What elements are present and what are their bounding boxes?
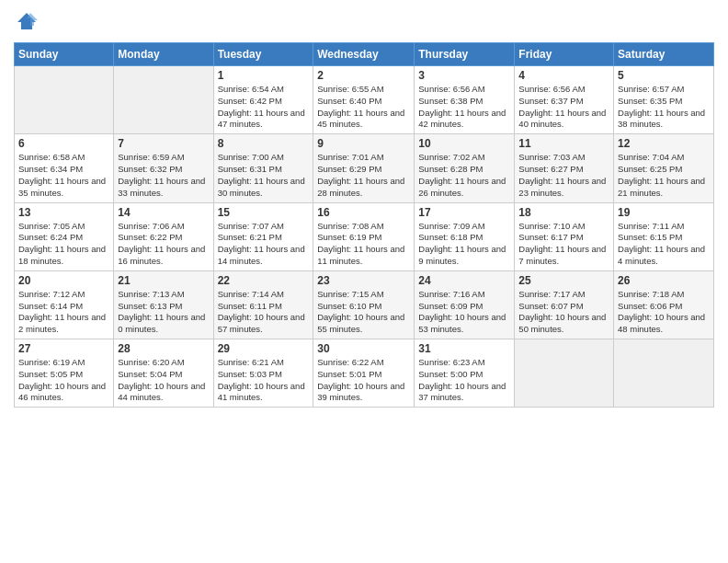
day-info: Sunrise: 7:18 AMSunset: 6:06 PMDaylight:… [618,289,710,336]
calendar-cell: 29Sunrise: 6:21 AMSunset: 5:03 PMDayligh… [213,339,313,408]
calendar-cell: 21Sunrise: 7:13 AMSunset: 6:13 PMDayligh… [114,270,213,339]
day-number: 5 [618,69,710,82]
day-info: Sunrise: 6:23 AMSunset: 5:00 PMDaylight:… [418,357,510,404]
day-number: 2 [317,69,410,82]
calendar-cell: 25Sunrise: 7:17 AMSunset: 6:07 PMDayligh… [515,270,614,339]
calendar-header-tuesday: Tuesday [213,43,313,66]
day-info: Sunrise: 7:15 AMSunset: 6:10 PMDaylight:… [317,289,410,336]
day-info: Sunrise: 6:55 AMSunset: 6:40 PMDaylight:… [317,84,410,131]
calendar-cell: 10Sunrise: 7:02 AMSunset: 6:28 PMDayligh… [415,134,515,202]
calendar-week-row: 13Sunrise: 7:05 AMSunset: 6:24 PMDayligh… [15,202,714,270]
calendar-cell [15,66,114,134]
day-number: 25 [518,274,609,287]
day-number: 11 [518,137,609,150]
calendar-cell: 13Sunrise: 7:05 AMSunset: 6:24 PMDayligh… [15,202,114,270]
day-info: Sunrise: 6:21 AMSunset: 5:03 PMDaylight:… [218,357,310,404]
day-number: 4 [518,69,609,82]
calendar-cell: 28Sunrise: 6:20 AMSunset: 5:04 PMDayligh… [114,339,213,408]
calendar-cell: 30Sunrise: 6:22 AMSunset: 5:01 PMDayligh… [313,339,415,408]
calendar-header-monday: Monday [114,43,213,66]
day-number: 19 [618,206,710,219]
day-number: 7 [118,137,209,150]
day-info: Sunrise: 6:54 AMSunset: 6:42 PMDaylight:… [218,84,310,131]
day-info: Sunrise: 7:09 AMSunset: 6:18 PMDaylight:… [418,221,510,268]
day-number: 18 [518,206,609,219]
day-info: Sunrise: 7:17 AMSunset: 6:07 PMDaylight:… [518,289,609,336]
day-number: 8 [218,137,310,150]
calendar-cell: 15Sunrise: 7:07 AMSunset: 6:21 PMDayligh… [213,202,313,270]
day-number: 3 [418,69,510,82]
day-info: Sunrise: 7:01 AMSunset: 6:29 PMDaylight:… [317,152,410,199]
day-number: 28 [118,342,209,355]
day-info: Sunrise: 7:05 AMSunset: 6:24 PMDaylight:… [18,221,109,268]
calendar-cell: 24Sunrise: 7:16 AMSunset: 6:09 PMDayligh… [415,270,515,339]
day-number: 15 [218,206,310,219]
day-info: Sunrise: 7:06 AMSunset: 6:22 PMDaylight:… [118,221,209,268]
calendar-cell: 9Sunrise: 7:01 AMSunset: 6:29 PMDaylight… [313,134,415,202]
day-number: 21 [118,274,209,287]
calendar-cell: 16Sunrise: 7:08 AMSunset: 6:19 PMDayligh… [313,202,415,270]
calendar-week-row: 1Sunrise: 6:54 AMSunset: 6:42 PMDaylight… [15,66,714,134]
day-info: Sunrise: 6:58 AMSunset: 6:34 PMDaylight:… [18,152,109,199]
day-number: 13 [18,206,109,219]
day-number: 31 [418,342,510,355]
day-number: 6 [18,137,109,150]
calendar-cell: 5Sunrise: 6:57 AMSunset: 6:35 PMDaylight… [614,66,714,134]
day-number: 29 [218,342,310,355]
calendar-header-sunday: Sunday [15,43,114,66]
day-number: 24 [418,274,510,287]
calendar-cell: 18Sunrise: 7:10 AMSunset: 6:17 PMDayligh… [515,202,614,270]
calendar-cell: 26Sunrise: 7:18 AMSunset: 6:06 PMDayligh… [614,270,714,339]
day-info: Sunrise: 7:07 AMSunset: 6:21 PMDaylight:… [218,221,310,268]
calendar-header-wednesday: Wednesday [313,43,415,66]
header [14,9,714,35]
day-info: Sunrise: 7:08 AMSunset: 6:19 PMDaylight:… [317,221,410,268]
calendar-week-row: 27Sunrise: 6:19 AMSunset: 5:05 PMDayligh… [15,339,714,408]
logo-icon [14,9,40,35]
day-number: 14 [118,206,209,219]
day-info: Sunrise: 6:19 AMSunset: 5:05 PMDaylight:… [18,357,109,404]
day-info: Sunrise: 7:16 AMSunset: 6:09 PMDaylight:… [418,289,510,336]
day-info: Sunrise: 6:56 AMSunset: 6:37 PMDaylight:… [518,84,609,131]
calendar-header-row: SundayMondayTuesdayWednesdayThursdayFrid… [15,43,714,66]
day-info: Sunrise: 7:04 AMSunset: 6:25 PMDaylight:… [618,152,710,199]
day-number: 9 [317,137,410,150]
calendar-cell [614,339,714,408]
calendar-cell: 23Sunrise: 7:15 AMSunset: 6:10 PMDayligh… [313,270,415,339]
calendar-cell: 11Sunrise: 7:03 AMSunset: 6:27 PMDayligh… [515,134,614,202]
calendar-table: SundayMondayTuesdayWednesdayThursdayFrid… [14,42,714,408]
calendar-cell: 4Sunrise: 6:56 AMSunset: 6:37 PMDaylight… [515,66,614,134]
day-number: 10 [418,137,510,150]
calendar-cell: 17Sunrise: 7:09 AMSunset: 6:18 PMDayligh… [415,202,515,270]
day-info: Sunrise: 6:57 AMSunset: 6:35 PMDaylight:… [618,84,710,131]
day-info: Sunrise: 6:20 AMSunset: 5:04 PMDaylight:… [118,357,209,404]
calendar-cell: 8Sunrise: 7:00 AMSunset: 6:31 PMDaylight… [213,134,313,202]
day-info: Sunrise: 7:12 AMSunset: 6:14 PMDaylight:… [18,289,109,336]
day-info: Sunrise: 6:22 AMSunset: 5:01 PMDaylight:… [317,357,410,404]
day-info: Sunrise: 7:02 AMSunset: 6:28 PMDaylight:… [418,152,510,199]
day-number: 1 [218,69,310,82]
day-number: 16 [317,206,410,219]
day-info: Sunrise: 6:59 AMSunset: 6:32 PMDaylight:… [118,152,209,199]
calendar-header-thursday: Thursday [415,43,515,66]
calendar-cell: 31Sunrise: 6:23 AMSunset: 5:00 PMDayligh… [415,339,515,408]
day-info: Sunrise: 7:03 AMSunset: 6:27 PMDaylight:… [518,152,609,199]
calendar-cell: 14Sunrise: 7:06 AMSunset: 6:22 PMDayligh… [114,202,213,270]
day-number: 30 [317,342,410,355]
day-info: Sunrise: 7:13 AMSunset: 6:13 PMDaylight:… [118,289,209,336]
calendar-week-row: 6Sunrise: 6:58 AMSunset: 6:34 PMDaylight… [15,134,714,202]
day-number: 20 [18,274,109,287]
calendar-cell [114,66,213,134]
calendar-cell [515,339,614,408]
day-info: Sunrise: 7:11 AMSunset: 6:15 PMDaylight:… [618,221,710,268]
day-info: Sunrise: 7:14 AMSunset: 6:11 PMDaylight:… [218,289,310,336]
calendar-cell: 3Sunrise: 6:56 AMSunset: 6:38 PMDaylight… [415,66,515,134]
page: SundayMondayTuesdayWednesdayThursdayFrid… [0,0,728,563]
calendar-week-row: 20Sunrise: 7:12 AMSunset: 6:14 PMDayligh… [15,270,714,339]
calendar-cell: 20Sunrise: 7:12 AMSunset: 6:14 PMDayligh… [15,270,114,339]
day-number: 27 [18,342,109,355]
day-number: 23 [317,274,410,287]
calendar-cell: 27Sunrise: 6:19 AMSunset: 5:05 PMDayligh… [15,339,114,408]
day-number: 12 [618,137,710,150]
calendar-header-saturday: Saturday [614,43,714,66]
